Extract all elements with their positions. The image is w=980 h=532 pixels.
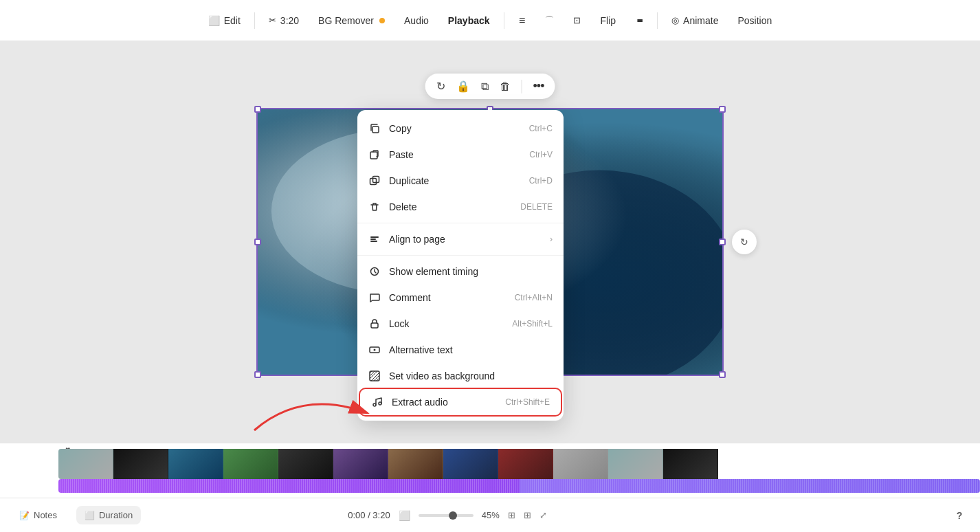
thumb-10 (553, 449, 608, 479)
align-label: Align to page (389, 234, 542, 245)
svg-rect-13 (371, 323, 378, 328)
menu-item-lock[interactable]: Lock Alt+Shift+L (357, 311, 564, 337)
menu-item-delete[interactable]: Delete DELETE (357, 194, 564, 220)
lock-menu-icon (368, 318, 381, 330)
duration-label: Duration (99, 510, 133, 520)
thumb-9 (498, 449, 553, 479)
context-menu: Copy Ctrl+C Paste Ctrl+V Duplicate Ctrl+… (357, 110, 564, 421)
duplicate-icon (368, 175, 381, 187)
align-arrow: › (550, 234, 553, 244)
animate-icon: ◎ (671, 15, 679, 25)
notes-icon: 📝 (19, 511, 30, 520)
lock-shortcut: Alt+Shift+L (512, 319, 553, 329)
alt-text-icon (368, 344, 381, 356)
audio-label: Audio (404, 15, 429, 26)
position-label: Position (737, 15, 772, 26)
toolbar-divider-3 (657, 12, 658, 29)
svg-rect-11 (370, 241, 377, 242)
paste-icon (368, 148, 381, 161)
refresh-icon[interactable]: ↻ (436, 80, 445, 93)
toolbar-divider-2 (504, 12, 504, 29)
video-thumbnails (58, 449, 980, 479)
paste-label: Paste (389, 149, 521, 160)
menu-item-set-bg[interactable]: Set video as background (357, 363, 564, 389)
zoom-slider[interactable] (419, 514, 474, 517)
svg-point-24 (379, 402, 381, 405)
menu-item-extract-audio[interactable]: Extract audio Ctrl+Shift+E (360, 389, 561, 415)
timeline-track: ♥ 3:20 (0, 443, 980, 498)
delete-shortcut: DELETE (520, 202, 553, 212)
menu-item-timing[interactable]: Show element timing (357, 258, 564, 285)
music-icon (371, 396, 383, 408)
thumb-12 (663, 449, 718, 479)
extract-audio-shortcut: Ctrl+Shift+E (505, 397, 550, 407)
menu-item-copy[interactable]: Copy Ctrl+C (357, 115, 564, 142)
thumb-3 (168, 449, 223, 479)
thumb-1 (58, 449, 113, 479)
copy-element-icon[interactable]: ⧉ (481, 80, 489, 93)
copy-shortcut: Ctrl+C (529, 124, 553, 133)
playback-button[interactable]: Playback (440, 11, 498, 30)
zoom-label: 45% (482, 510, 500, 520)
screen-icon: ⬜ (399, 510, 410, 521)
layout-icon-button[interactable]: ≡ (510, 8, 535, 33)
menu-item-align[interactable]: Align to page › (357, 226, 564, 252)
resize-handle-mr[interactable] (719, 239, 726, 245)
checkerboard-button[interactable]: ▪▪ (627, 8, 652, 33)
svg-rect-5 (372, 126, 379, 133)
bottom-right: ? (950, 506, 969, 525)
bg-remover-button[interactable]: BG Remover (310, 11, 393, 30)
lock-label: Lock (389, 318, 504, 329)
flip-button[interactable]: Flip (592, 11, 625, 30)
resize-handle-ml[interactable] (254, 239, 261, 245)
corner-radius-button[interactable]: ⌒ (537, 8, 562, 33)
thumb-11 (608, 449, 663, 479)
resize-handle-bl[interactable] (254, 371, 261, 378)
duplicate-shortcut: Ctrl+D (529, 176, 553, 186)
menu-divider-2 (357, 255, 564, 256)
animate-button[interactable]: ◎ Animate (663, 11, 726, 30)
position-button[interactable]: Position (729, 11, 780, 30)
edit-button[interactable]: ⬜ Edit (200, 11, 249, 30)
menu-item-comment[interactable]: Comment Ctrl+Alt+N (357, 285, 564, 311)
menu-item-paste[interactable]: Paste Ctrl+V (357, 142, 564, 168)
delete-icon[interactable]: 🗑 (500, 80, 511, 93)
notes-tab[interactable]: 📝 Notes (11, 506, 65, 524)
resize-handle-tr[interactable] (719, 106, 726, 113)
comment-label: Comment (389, 292, 506, 303)
lock-icon[interactable]: 🔒 (456, 80, 470, 93)
floating-action-bar: ↻ 🔒 ⧉ 🗑 ••• (425, 74, 555, 99)
audio-track[interactable] (58, 479, 980, 493)
toolbar: ⬜ Edit ✂ 3:20 BG Remover Audio Playback … (0, 0, 980, 41)
svg-rect-6 (370, 152, 377, 159)
thumb-2 (113, 449, 168, 479)
menu-divider-1 (357, 223, 564, 223)
duration-tab[interactable]: ⬜ Duration (76, 506, 141, 524)
svg-point-15 (374, 349, 376, 351)
menu-item-alt-text[interactable]: Alternative text (357, 337, 564, 363)
resize-handle-br[interactable] (719, 371, 726, 378)
resize-handle-tl[interactable] (254, 106, 261, 113)
side-refresh-icon[interactable]: ↻ (732, 230, 757, 254)
fit-icon: ⊞ (508, 510, 515, 520)
crop-tool-icon: ⊡ (573, 15, 581, 25)
fullscreen-icon: ⤢ (539, 510, 547, 520)
clock-icon (368, 265, 381, 278)
crop-button[interactable]: ✂ 3:20 (260, 11, 307, 30)
toolbar-divider-1 (254, 12, 255, 29)
crop-icon: ✂ (269, 15, 276, 25)
audio-button[interactable]: Audio (396, 11, 437, 30)
bottom-center: 0:00 / 3:20 ⬜ 45% ⊞ ⊞ ⤢ (348, 510, 546, 521)
svg-line-21 (374, 375, 379, 381)
checkerboard-icon: ▪▪ (636, 14, 641, 27)
crop-tool-button[interactable]: ⊡ (565, 8, 590, 33)
thumb-5 (278, 449, 333, 479)
more-options-icon[interactable]: ••• (533, 79, 544, 93)
timing-label: Show element timing (389, 266, 553, 277)
copy-icon (368, 122, 381, 135)
menu-item-duplicate[interactable]: Duplicate Ctrl+D (357, 168, 564, 194)
svg-point-23 (373, 403, 376, 406)
alt-text-label: Alternative text (389, 344, 553, 355)
help-button[interactable]: ? (950, 506, 969, 525)
thumb-4 (223, 449, 278, 479)
